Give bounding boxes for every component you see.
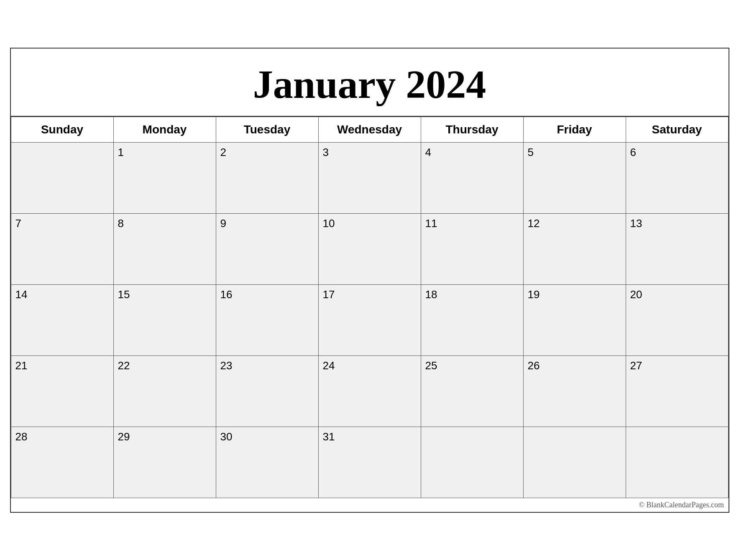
- day-number-3: 3: [323, 146, 417, 159]
- day-header-thursday: Thursday: [421, 117, 523, 142]
- day-cell-w4-d6: [626, 427, 728, 498]
- day-cell-w0-d3: 3: [318, 142, 421, 213]
- day-number-31: 31: [323, 430, 417, 443]
- day-cell-w1-d3: 10: [318, 213, 421, 284]
- day-number-12: 12: [528, 217, 621, 230]
- week-row-4: 28293031: [11, 427, 728, 498]
- day-cell-w0-d0: [11, 142, 113, 213]
- day-number-13: 13: [630, 217, 724, 230]
- week-row-1: 78910111213: [11, 213, 728, 284]
- day-cell-w3-d0: 21: [11, 355, 113, 427]
- day-cell-w4-d0: 28: [11, 427, 113, 498]
- day-number-4: 4: [425, 146, 519, 159]
- day-number-30: 30: [220, 430, 314, 443]
- day-cell-w2-d1: 15: [113, 284, 216, 355]
- day-number-14: 14: [15, 288, 109, 301]
- day-cell-w4-d2: 30: [216, 427, 318, 498]
- day-cell-w0-d2: 2: [216, 142, 318, 213]
- day-number-22: 22: [118, 359, 212, 372]
- day-number-19: 19: [528, 288, 621, 301]
- day-number-23: 23: [220, 359, 314, 372]
- footer-row: © BlankCalendarPages.com: [11, 498, 728, 512]
- day-number-20: 20: [630, 288, 724, 301]
- day-number-16: 16: [220, 288, 314, 301]
- day-cell-w1-d5: 12: [523, 213, 626, 284]
- day-cell-w2-d6: 20: [626, 284, 728, 355]
- day-cell-w3-d5: 26: [523, 355, 626, 427]
- day-cell-w2-d4: 18: [421, 284, 523, 355]
- day-number-26: 26: [528, 359, 621, 372]
- day-number-24: 24: [323, 359, 417, 372]
- week-row-3: 21222324252627: [11, 355, 728, 427]
- day-header-sunday: Sunday: [11, 117, 113, 142]
- day-number-18: 18: [425, 288, 519, 301]
- day-cell-w3-d1: 22: [113, 355, 216, 427]
- day-number-9: 9: [220, 217, 314, 230]
- day-cell-w0-d1: 1: [113, 142, 216, 213]
- day-cell-w3-d2: 23: [216, 355, 318, 427]
- day-number-8: 8: [118, 217, 212, 230]
- day-cell-w3-d6: 27: [626, 355, 728, 427]
- day-number-21: 21: [15, 359, 109, 372]
- day-number-11: 11: [425, 217, 519, 230]
- day-cell-w2-d2: 16: [216, 284, 318, 355]
- day-number-2: 2: [220, 146, 314, 159]
- day-cell-w0-d4: 4: [421, 142, 523, 213]
- day-number-29: 29: [118, 430, 212, 443]
- day-number-7: 7: [15, 217, 109, 230]
- day-header-monday: Monday: [113, 117, 216, 142]
- day-cell-w1-d1: 8: [113, 213, 216, 284]
- day-cell-w2-d5: 19: [523, 284, 626, 355]
- day-number-17: 17: [323, 288, 417, 301]
- day-cell-w1-d0: 7: [11, 213, 113, 284]
- day-cell-w1-d4: 11: [421, 213, 523, 284]
- day-header-wednesday: Wednesday: [318, 117, 421, 142]
- days-of-week-row: Sunday Monday Tuesday Wednesday Thursday…: [11, 117, 728, 142]
- footer-text: © BlankCalendarPages.com: [11, 498, 728, 512]
- day-number-25: 25: [425, 359, 519, 372]
- day-cell-w0-d6: 6: [626, 142, 728, 213]
- day-cell-w4-d5: [523, 427, 626, 498]
- day-number-10: 10: [323, 217, 417, 230]
- day-number-28: 28: [15, 430, 109, 443]
- day-cell-w4-d4: [421, 427, 523, 498]
- day-header-friday: Friday: [523, 117, 626, 142]
- week-row-2: 14151617181920: [11, 284, 728, 355]
- day-number-15: 15: [118, 288, 212, 301]
- day-number-5: 5: [528, 146, 621, 159]
- day-cell-w3-d4: 25: [421, 355, 523, 427]
- day-header-tuesday: Tuesday: [216, 117, 318, 142]
- day-cell-w1-d6: 13: [626, 213, 728, 284]
- week-row-0: 123456: [11, 142, 728, 213]
- calendar-grid: Sunday Monday Tuesday Wednesday Thursday…: [11, 117, 729, 512]
- day-number-27: 27: [630, 359, 724, 372]
- day-cell-w3-d3: 24: [318, 355, 421, 427]
- day-cell-w0-d5: 5: [523, 142, 626, 213]
- day-cell-w2-d0: 14: [11, 284, 113, 355]
- day-cell-w1-d2: 9: [216, 213, 318, 284]
- day-number-1: 1: [118, 146, 212, 159]
- day-cell-w4-d1: 29: [113, 427, 216, 498]
- calendar-title: January 2024: [11, 49, 729, 117]
- day-cell-w4-d3: 31: [318, 427, 421, 498]
- day-header-saturday: Saturday: [626, 117, 728, 142]
- day-number-6: 6: [630, 146, 724, 159]
- calendar-container: January 2024 Sunday Monday Tuesday Wedne…: [10, 48, 729, 513]
- day-cell-w2-d3: 17: [318, 284, 421, 355]
